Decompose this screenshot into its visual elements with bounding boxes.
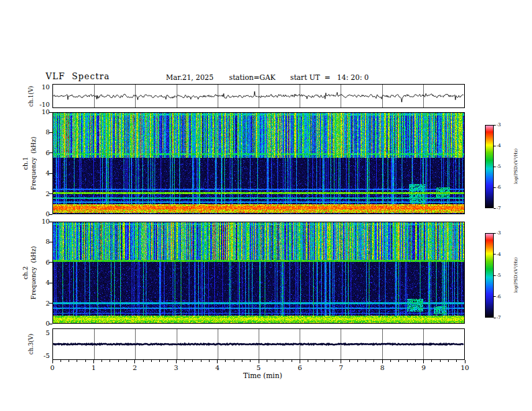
x-minor-tick-mark bbox=[85, 360, 86, 362]
colorbar2-tick-label: -3 bbox=[496, 230, 507, 236]
ch2-spec-y-tick: 4 bbox=[35, 279, 50, 286]
ch2-spec-y-tick: 8 bbox=[35, 238, 50, 245]
x-minor-tick-mark bbox=[390, 360, 391, 362]
x-minor-tick-mark bbox=[324, 360, 325, 362]
colorbar1-tick-mark bbox=[494, 167, 496, 167]
ch1-spectrogram-panel bbox=[52, 112, 465, 214]
x-minor-tick-mark bbox=[431, 360, 432, 362]
plot-title: VLF Spectra bbox=[46, 71, 109, 81]
x-minor-tick-mark bbox=[415, 360, 416, 362]
plot-start-ut: start UT = 14: 20: 0 bbox=[290, 73, 369, 81]
vlf-spectra-figure: VLF Spectra Mar.21, 2025 station=GAK sta… bbox=[0, 0, 532, 411]
x-tick-label: 2 bbox=[128, 364, 142, 371]
x-tick-mark bbox=[217, 360, 218, 363]
x-minor-tick-mark bbox=[143, 360, 144, 362]
x-tick-label: 9 bbox=[417, 364, 431, 371]
plot-station: station=GAK bbox=[229, 73, 275, 81]
x-tick-label: 6 bbox=[293, 364, 306, 371]
x-minor-tick-mark bbox=[456, 360, 457, 362]
x-tick-label: 7 bbox=[335, 364, 348, 371]
colorbar2-axis-label: log(PSD)(V²/Hz) bbox=[513, 233, 519, 318]
x-tick-mark bbox=[423, 360, 424, 363]
colorbar2-tick-label: -6 bbox=[496, 294, 507, 300]
colorbar2-tick-label: -7 bbox=[496, 315, 507, 320]
colorbar-ch1 bbox=[485, 125, 494, 208]
x-minor-tick-mark bbox=[192, 360, 193, 362]
x-minor-tick-mark bbox=[159, 360, 160, 362]
x-minor-tick-mark bbox=[60, 360, 61, 362]
colorbar1-axis-label: log(PSD)(V²/Hz) bbox=[513, 125, 519, 208]
ch3-waveform-canvas bbox=[53, 329, 464, 359]
colorbar2-tick-mark bbox=[494, 275, 496, 276]
x-minor-tick-mark bbox=[167, 360, 168, 362]
x-minor-tick-mark bbox=[357, 360, 358, 362]
x-minor-tick-mark bbox=[275, 360, 275, 362]
ch2-spec-y-tick: 6 bbox=[35, 259, 50, 266]
x-tick-mark bbox=[382, 360, 383, 363]
colorbar2-tick-label: -5 bbox=[496, 273, 507, 278]
x-minor-tick-mark bbox=[118, 360, 119, 362]
x-minor-tick-mark bbox=[109, 360, 110, 362]
x-tick-label: 0 bbox=[46, 364, 59, 371]
x-minor-tick-mark bbox=[365, 360, 366, 362]
x-tick-mark bbox=[300, 360, 300, 363]
colorbar1-tick-label: -5 bbox=[496, 164, 507, 169]
ch2-spectrogram-panel bbox=[52, 222, 465, 324]
colorbar1-tick-label: -3 bbox=[496, 122, 507, 128]
x-minor-tick-mark bbox=[184, 360, 185, 362]
x-minor-tick-mark bbox=[407, 360, 408, 362]
ch1-spec-y-tick: 2 bbox=[35, 190, 50, 197]
x-minor-tick-mark bbox=[209, 360, 210, 362]
ch1-spec-y-tick: 4 bbox=[35, 169, 50, 177]
ch1-spec-y-tick: 6 bbox=[35, 149, 50, 156]
plot-date: Mar.21, 2025 bbox=[166, 73, 214, 81]
x-tick-mark bbox=[341, 360, 341, 363]
x-tick-label: 1 bbox=[87, 364, 100, 371]
x-minor-tick-mark bbox=[69, 360, 69, 362]
x-minor-tick-mark bbox=[77, 360, 77, 362]
colorbar1-tick-mark bbox=[494, 208, 496, 209]
x-minor-tick-mark bbox=[398, 360, 399, 362]
ch3-waveform-panel bbox=[52, 328, 465, 360]
colorbar2-tick-label: -4 bbox=[496, 252, 507, 257]
x-tick-mark bbox=[93, 360, 94, 363]
colorbar1-tick-label: -6 bbox=[496, 185, 507, 190]
colorbar1-tick-mark bbox=[494, 125, 496, 126]
ch1-spec-y-tick: 10 bbox=[35, 108, 50, 116]
colorbar1-tick-label: -7 bbox=[496, 205, 507, 211]
x-minor-tick-mark bbox=[101, 360, 102, 362]
colorbar2-tick-mark bbox=[494, 296, 496, 297]
colorbar-ch2-canvas bbox=[486, 234, 493, 317]
x-minor-tick-mark bbox=[250, 360, 251, 362]
ch1-spec-channel-label: ch.1 bbox=[21, 112, 30, 214]
ch1-wave-ymin-label: -10 bbox=[32, 101, 50, 108]
ch2-spec-channel-label: ch.2 bbox=[21, 222, 30, 324]
colorbar1-tick-mark bbox=[494, 187, 496, 188]
x-minor-tick-mark bbox=[283, 360, 283, 362]
colorbar2-tick-mark bbox=[494, 318, 496, 318]
ch3-wave-ymin-label: -5 bbox=[32, 352, 50, 359]
colorbar2-tick-mark bbox=[494, 233, 496, 234]
ch1-spec-y-tick: 0 bbox=[35, 210, 50, 218]
x-tick-label: 10 bbox=[458, 364, 472, 371]
x-minor-tick-mark bbox=[201, 360, 202, 362]
ch1-spec-frequency-axis-label: Frequency (kHz) bbox=[30, 112, 38, 214]
colorbar-ch1-canvas bbox=[486, 126, 493, 208]
x-minor-tick-mark bbox=[373, 360, 374, 362]
x-tick-mark bbox=[134, 360, 135, 363]
ch2-spec-y-tick: 0 bbox=[35, 320, 50, 327]
x-tick-label: 5 bbox=[252, 364, 265, 371]
x-tick-mark bbox=[52, 360, 53, 363]
x-tick-label: 8 bbox=[375, 364, 389, 371]
colorbar1-tick-label: -4 bbox=[496, 143, 507, 148]
ch3-wave-ymax-label: 5 bbox=[32, 329, 50, 336]
x-minor-tick-mark bbox=[267, 360, 267, 362]
colorbar-ch2 bbox=[485, 233, 494, 318]
x-minor-tick-mark bbox=[316, 360, 316, 362]
x-minor-tick-mark bbox=[308, 360, 308, 362]
x-minor-tick-mark bbox=[126, 360, 127, 362]
ch2-spectrogram-canvas bbox=[53, 222, 464, 323]
x-minor-tick-mark bbox=[151, 360, 152, 362]
x-minor-tick-mark bbox=[225, 360, 226, 362]
ch2-spec-frequency-axis-label: Frequency (kHz) bbox=[30, 222, 38, 324]
